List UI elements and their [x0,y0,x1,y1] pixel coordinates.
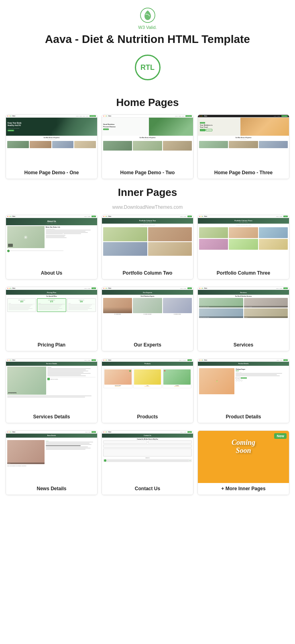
home-demo-3-label: Home Page Demo - Three [198,167,289,179]
about-us-card[interactable]: Aava HomePages Book About Us Home / Page… [6,215,98,279]
about-us-preview: Aava HomePages Book About Us Home / Page… [6,215,97,267]
home-demo-3-card[interactable]: Aava Home Pages Get Started Nutrition Yo… [197,114,289,179]
inner-pages-row2: Aava HomePages Book Pricing Plan Our Spe… [0,287,295,351]
product-details-preview: Aava HomeShop Book Product Details Home … [198,359,289,411]
portfolio-col2-label: Portfolio Column Two [102,267,193,279]
home-demo-2-label: Home Page Demo - Two [102,167,193,179]
experts-preview: Aava HomePages Book Our Experts Diet & N… [102,287,193,339]
home-demo-3-preview: Aava Home Pages Get Started Nutrition Yo… [198,115,289,167]
home-pages-grid: Aava Home Pages Blog Shop Get Started Ke… [0,114,295,179]
services-preview: Aava HomePages Book Services Our Diet & … [198,287,289,339]
product-details-card[interactable]: Aava HomeShop Book Product Details Home … [197,359,289,423]
services-details-label: Services Details [6,411,97,423]
inner-pages-row3: Aava HomePages Book Services Details Wei… [0,359,295,423]
home-demo-1-label: Home Page Demo - One [6,167,97,179]
portfolio-col3-label: Portfolio Column Three [198,267,289,279]
experts-card[interactable]: Aava HomePages Book Our Experts Diet & N… [102,287,193,351]
products-label: Products [102,411,193,423]
experts-label: Our Experts [102,339,193,351]
mini-browser-1: Aava Home Pages Blog Shop Get Started Ke… [6,115,97,167]
home-pages-title: Home Pages [0,96,295,109]
coming-soon-text: ComingSoon [228,431,259,463]
coming-soon-label: + More Inner Pages [198,483,289,495]
pricing-card[interactable]: Aava HomePages Book Pricing Plan Our Spe… [6,287,98,351]
about-us-label: About Us [6,267,97,279]
contact-us-label: Contact Us [102,483,193,495]
services-details-card[interactable]: Aava HomePages Book Services Details Wei… [6,359,98,423]
main-title: Aava - Diet & Nutrition HTML Template [4,33,291,46]
services-card[interactable]: Aava HomePages Book Services Our Diet & … [197,287,289,351]
news-details-label: News Details [6,483,97,495]
mini-browser-3: Aava Home Pages Get Started Nutrition Yo… [198,115,289,167]
logo-icon [140,7,156,23]
services-label: Services [198,339,289,351]
home-demo-1-card[interactable]: Aava Home Pages Blog Shop Get Started Ke… [6,114,98,179]
watermark-text: www.DownloadNewThemes.com [0,204,295,210]
products-preview: Aava HomeProducts Book Products Home / P… [102,359,193,411]
pricing-preview: Aava HomePages Book Pricing Plan Our Spe… [6,287,97,339]
news-details-preview: Aava HomeBlog Book News Details Home / B… [6,431,97,483]
inner-pages-title: Inner Pages [0,186,295,199]
services-details-preview: Aava HomePages Book Services Details Wei… [6,359,97,411]
page-header: W3 Valid. Aava - Diet & Nutrition HTML T… [0,0,295,92]
coming-soon-preview: New ComingSoon [198,431,289,483]
contact-us-preview: Aava HomePages Book Contact Us Contact U… [102,431,193,483]
home-demo-1-preview: Aava Home Pages Blog Shop Get Started Ke… [6,115,97,167]
portfolio-col3-preview: Aava HomePages Book Portfolio Column Thr… [198,215,289,267]
portfolio-col3-card[interactable]: Aava HomePages Book Portfolio Column Thr… [197,215,289,279]
inner-pages-row1: Aava HomePages Book About Us Home / Page… [0,215,295,279]
news-details-card[interactable]: Aava HomeBlog Book News Details Home / B… [6,430,98,495]
contact-us-card[interactable]: Aava HomePages Book Contact Us Contact U… [102,430,193,495]
portfolio-col2-preview: Aava HomePages Book Portfolio Column Two… [102,215,193,267]
product-details-label: Product Details [198,411,289,423]
new-badge: New [274,433,287,439]
rtl-badge: RTL [135,55,161,80]
pricing-label: Pricing Plan [6,339,97,351]
inner-pages-row4: Aava HomeBlog Book News Details Home / B… [0,430,295,495]
products-card[interactable]: Aava HomeProducts Book Products Home / P… [102,359,193,423]
w3-valid-text: W3 Valid. [4,25,291,30]
home-demo-2-preview: Aava Home Pages Blog Get Started Good Nu… [102,115,193,167]
mini-browser-2: Aava Home Pages Blog Get Started Good Nu… [102,115,193,167]
inner-pages-section: Inner Pages www.DownloadNewThemes.com Aa… [0,186,295,495]
home-pages-section: Home Pages Aava Home Pages Blog Shop [0,96,295,179]
coming-soon-card[interactable]: New ComingSoon + More Inner Pages [197,430,289,495]
portfolio-col2-card[interactable]: Aava HomePages Book Portfolio Column Two… [102,215,193,279]
home-demo-2-card[interactable]: Aava Home Pages Blog Get Started Good Nu… [102,114,193,179]
